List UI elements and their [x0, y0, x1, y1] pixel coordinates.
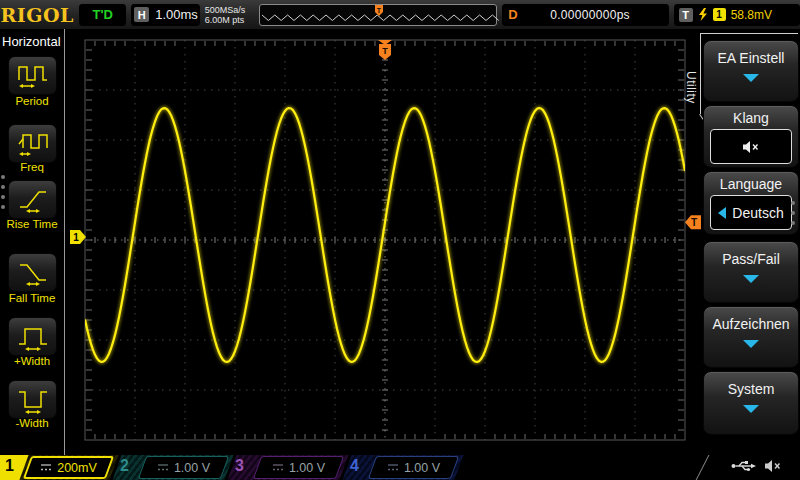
- chevron-left-icon: [718, 207, 726, 219]
- channel-3-scale-box[interactable]: 1.00 V: [253, 456, 344, 479]
- speaker-muted-icon: [742, 140, 760, 154]
- memory-depth: 6.00M pts: [205, 15, 255, 25]
- oscilloscope-screen: { "top_bar": { "logo": "RIGOL", "trigger…: [0, 0, 800, 480]
- channel-4-indicator[interactable]: 4 1.00 V: [345, 455, 461, 480]
- menu-label: Pass/Fail: [704, 251, 798, 267]
- top-status-bar: RIGOL T'D H 1.00ms 500MSa/s 6.00M pts T …: [0, 0, 800, 29]
- trigger-source-chip: 1: [713, 8, 726, 21]
- usb-icon: [731, 459, 757, 473]
- delay-readout-box[interactable]: D 0.00000000ps: [502, 4, 668, 26]
- channel-1-ground-marker[interactable]: 1: [70, 230, 86, 244]
- trigger-position-marker[interactable]: T: [378, 40, 392, 60]
- utility-menu-tab: Utility: [682, 57, 698, 117]
- channel-2-scale-box[interactable]: 1.00 V: [138, 456, 229, 479]
- trigger-readout-box[interactable]: T 1 58.8mV: [674, 4, 800, 26]
- rigol-logo: RIGOL: [0, 4, 74, 26]
- trigger-status-badge: T'D: [79, 4, 126, 26]
- menu-button-ea-einstell[interactable]: EA Einstell: [703, 40, 799, 102]
- trigger-level-marker[interactable]: T: [685, 215, 701, 229]
- chevron-down-icon: [743, 275, 759, 283]
- speaker-muted-icon: [764, 459, 782, 473]
- h-label-chip: H: [134, 7, 149, 22]
- delay-label: D: [508, 7, 517, 22]
- channel-2-scale: 1.00 V: [174, 461, 210, 475]
- rising-edge-icon: [698, 8, 708, 22]
- menu-label: System: [704, 381, 798, 397]
- delay-value: 0.00000000ps: [518, 8, 663, 22]
- sound-toggle[interactable]: [710, 129, 792, 164]
- chevron-down-icon: [743, 405, 759, 413]
- preview-waveform: T: [260, 5, 500, 23]
- menu-button-klang[interactable]: Klang: [703, 105, 799, 168]
- trigger-label-chip: T: [679, 8, 693, 22]
- menu-button-pass-fail[interactable]: Pass/Fail: [703, 241, 799, 303]
- channel-1-indicator[interactable]: 1 200mV: [0, 455, 116, 480]
- channel-2-indicator[interactable]: 2 1.00 V: [115, 455, 231, 480]
- channel-2-number: 2: [120, 457, 129, 475]
- menu-label: Klang: [704, 110, 798, 126]
- svg-text:T: T: [376, 6, 381, 13]
- status-divider: [695, 455, 710, 480]
- menu-button-system[interactable]: System: [703, 371, 799, 435]
- language-value: Deutsch: [732, 205, 783, 221]
- acquisition-info: 500MSa/s 6.00M pts: [205, 5, 255, 25]
- channel-3-indicator[interactable]: 3 1.00 V: [230, 455, 346, 480]
- display-area: Horizontal Period Freq Rise Time: [0, 29, 800, 455]
- trigger-level-value: 58.8mV: [731, 8, 772, 22]
- channel-1-scale-box[interactable]: 200mV: [23, 456, 114, 479]
- dc-coupling-icon: [40, 463, 52, 472]
- svg-text:T: T: [382, 46, 388, 56]
- channel-status-bar: 1 200mV 2: [0, 455, 800, 480]
- menu-tab-border: [700, 33, 701, 114]
- dc-coupling-icon: [272, 463, 284, 472]
- channel-4-scale: 1.00 V: [404, 461, 440, 475]
- channel-3-number: 3: [235, 457, 244, 475]
- menu-button-language[interactable]: Language Deutsch: [703, 171, 799, 235]
- channel-4-scale-box[interactable]: 1.00 V: [368, 456, 459, 479]
- menu-label: EA Einstell: [704, 50, 798, 66]
- menu-tab-border-top: [700, 33, 798, 34]
- chevron-down-icon: [743, 340, 759, 348]
- language-select[interactable]: Deutsch: [710, 195, 792, 230]
- waveform-display: T1T: [0, 29, 800, 455]
- channel-4-number: 4: [350, 457, 359, 475]
- menu-button-aufzeichnen[interactable]: Aufzeichnen: [703, 306, 799, 368]
- system-status-icons: [731, 459, 782, 473]
- horizontal-scale-box[interactable]: H 1.00ms: [131, 4, 200, 26]
- waveform-preview-bar[interactable]: T: [259, 4, 498, 26]
- chevron-down-icon: [743, 74, 759, 82]
- svg-text:1: 1: [73, 232, 79, 243]
- channel-3-scale: 1.00 V: [289, 461, 325, 475]
- ch1-waveform: [85, 108, 685, 362]
- trigger-status-text: T'D: [93, 7, 113, 22]
- horizontal-scale-value: 1.00ms: [155, 7, 198, 22]
- menu-label: Aufzeichnen: [704, 316, 798, 332]
- menu-label: Language: [704, 176, 798, 192]
- dc-coupling-icon: [157, 463, 169, 472]
- sample-rate: 500MSa/s: [205, 5, 255, 15]
- channel-1-number: 1: [5, 457, 14, 475]
- channel-1-scale: 200mV: [57, 461, 97, 475]
- svg-text:T: T: [691, 217, 697, 228]
- right-menu-page-dots: [791, 195, 796, 231]
- dc-coupling-icon: [387, 463, 399, 472]
